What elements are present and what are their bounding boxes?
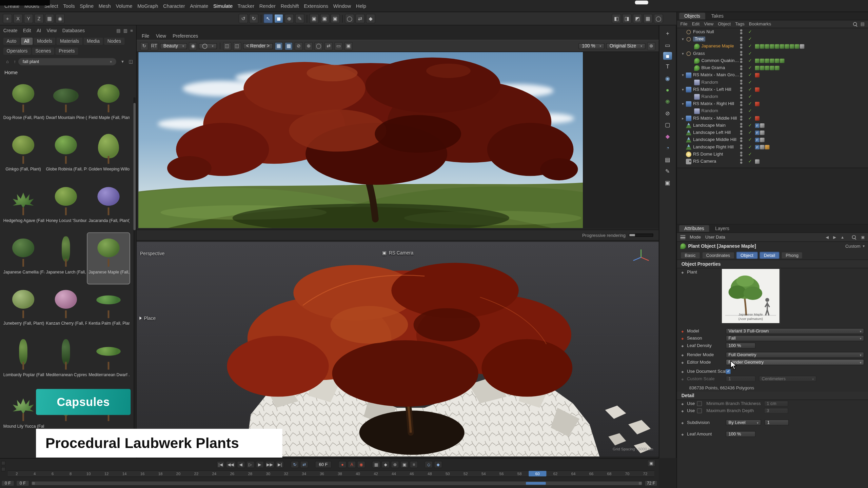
add-cube-icon[interactable]: ◼ — [663, 52, 672, 60]
object-tree-item[interactable]: Common Quaking Grass — [677, 57, 868, 64]
anim-dot-icon[interactable]: ◆ — [680, 421, 685, 424]
detail-area-icon[interactable]: ◫ — [129, 59, 133, 64]
material-chip[interactable] — [760, 44, 765, 48]
colorspace-dropdown[interactable]: ◯▾ — [199, 43, 217, 49]
tab-detail[interactable]: Detail — [760, 251, 780, 259]
fracture-tag-icon[interactable]: F — [755, 138, 760, 142]
visibility-dots-icon[interactable] — [739, 58, 743, 63]
play-button[interactable]: ▷ — [246, 461, 254, 468]
visibility-dots-icon[interactable] — [739, 108, 743, 114]
fracture-tag-icon[interactable]: F — [755, 130, 760, 135]
enabled-check-icon[interactable] — [747, 94, 753, 99]
selection-tag-icon[interactable] — [765, 145, 769, 149]
pingpong-button[interactable]: ⇄ — [300, 461, 308, 468]
preview-range-slider[interactable] — [31, 481, 643, 486]
next-frame-button[interactable]: ▶ — [255, 461, 263, 468]
menu-item[interactable]: Mesh — [99, 3, 111, 8]
material-chip[interactable] — [785, 44, 789, 48]
world-icon[interactable]: ◉ — [55, 14, 65, 23]
enabled-check-icon[interactable] — [747, 116, 753, 121]
tab-object[interactable]: Object — [736, 251, 758, 259]
expand-arrow-icon[interactable] — [680, 51, 686, 56]
record-camera-button[interactable]: ◉ — [357, 461, 365, 468]
asset-item[interactable]: Ginkgo (Fall, Plant) — [2, 130, 44, 181]
layout-reset-icon[interactable]: ◯ — [654, 14, 663, 23]
undo-icon[interactable]: ↺ — [239, 14, 248, 23]
layout-top-icon[interactable]: ◩ — [633, 14, 642, 23]
object-tree-item[interactable]: Landscape Middle HillF — [677, 136, 868, 143]
settings-gear-icon[interactable]: ⊕ — [647, 42, 655, 50]
material-chip[interactable] — [770, 58, 774, 63]
preset-menu-icon[interactable]: ▾ — [863, 244, 865, 248]
asset-item[interactable]: Kanzan Cherry (Fall, Pl... — [45, 284, 87, 335]
viewport-name-label[interactable]: Perspective — [140, 251, 165, 256]
sphere-icon[interactable]: ◉ — [662, 74, 673, 83]
min-branch-input[interactable]: 1 cm — [764, 401, 788, 407]
viewport-menu-item[interactable]: View — [156, 33, 166, 38]
phong-tag-icon[interactable] — [760, 138, 765, 142]
anim-dot-icon[interactable]: ◆ — [680, 353, 685, 357]
material-chip[interactable] — [770, 44, 774, 48]
material-chip[interactable] — [775, 44, 780, 48]
menu-item[interactable]: Character — [163, 3, 185, 8]
visibility-dots-icon[interactable] — [739, 159, 743, 164]
visibility-dots-icon[interactable] — [739, 50, 743, 56]
back-arrow-icon[interactable]: ◀ — [826, 235, 829, 239]
record-button[interactable]: ● — [338, 461, 347, 468]
object-tree-item[interactable]: RS Dome Light — [677, 150, 868, 158]
anim-dot-icon[interactable]: ◆ — [680, 402, 685, 405]
range-current-field[interactable]: 0 F — [16, 480, 29, 486]
search-icon[interactable] — [853, 22, 858, 26]
object-tree-item[interactable]: Random — [677, 79, 868, 86]
keyframe-dot-icon[interactable]: ◆ — [680, 329, 685, 333]
prev-frame-button[interactable]: ◀ — [237, 461, 245, 468]
generator-gear-icon[interactable]: ⊕ — [662, 97, 673, 106]
keyframe-selection-button[interactable]: ◇ — [425, 461, 433, 468]
search-icon[interactable] — [852, 235, 856, 239]
up-arrow-icon[interactable]: ▲ — [841, 235, 844, 239]
expand-arrow-icon[interactable] — [680, 87, 686, 92]
material-icon[interactable]: ▣ — [662, 178, 673, 188]
visibility-dots-icon[interactable] — [739, 72, 743, 78]
object-tree-item[interactable]: RS Camera — [677, 158, 868, 165]
tab-nodes[interactable]: Nodes — [104, 37, 124, 44]
visibility-dots-icon[interactable] — [739, 130, 743, 135]
renderpass-dropdown[interactable]: Beauty▾ — [160, 43, 187, 49]
object-tree-item[interactable]: Landscape Right HillF — [677, 143, 868, 150]
key-parameter-button[interactable]: ▣ — [400, 461, 408, 468]
object-tree-item[interactable]: RS Matrix - Main Ground — [677, 72, 868, 79]
asset-item[interactable]: Golden Weeping Willo... — [87, 130, 130, 181]
menu-item[interactable]: Help — [356, 3, 366, 8]
target-icon[interactable]: ⊕ — [304, 42, 313, 50]
enabled-check-icon[interactable] — [747, 159, 753, 164]
grid-icon[interactable]: ▦ — [275, 42, 283, 50]
simulate-icon[interactable]: ◯ — [345, 14, 354, 23]
search-input[interactable]: fall plant × — [18, 58, 117, 65]
enabled-check-icon[interactable] — [747, 37, 753, 42]
tab-attributes[interactable]: Attributes — [679, 225, 709, 232]
swap-icon[interactable]: ⇄ — [324, 42, 333, 50]
visibility-dots-icon[interactable] — [739, 65, 743, 70]
visibility-dots-icon[interactable] — [739, 123, 743, 128]
anim-dot-icon[interactable]: ◆ — [680, 270, 685, 274]
object-tree-item[interactable]: Grass — [677, 50, 868, 57]
viewport-menu-item[interactable]: Preferences — [173, 33, 198, 38]
home-icon[interactable]: ⌂ — [6, 59, 9, 64]
object-tree-item[interactable]: RS Matrix - Left Hill — [677, 86, 868, 93]
axis-z-button[interactable]: Z — [34, 14, 44, 23]
exchange-icon[interactable]: ⇄ — [355, 14, 365, 23]
asset-item[interactable]: Hedgehog Agave (Fall... — [2, 182, 44, 232]
material-chip[interactable] — [770, 65, 774, 70]
phong-tag-icon[interactable] — [760, 123, 765, 127]
rt-button[interactable]: RT — [150, 42, 158, 50]
panel-menu-icon[interactable]: ≡ — [130, 28, 133, 33]
generator-icon[interactable]: ⊕ — [284, 14, 294, 23]
region-icon[interactable]: ◯ — [314, 42, 322, 50]
visibility-dots-icon[interactable] — [739, 144, 743, 149]
material-chip[interactable] — [760, 58, 765, 63]
redshift-material-chip[interactable] — [755, 102, 760, 106]
anim-dot-icon[interactable]: ◆ — [680, 344, 685, 347]
enabled-check-icon[interactable] — [747, 101, 753, 106]
redo-icon[interactable]: ↻ — [249, 14, 259, 23]
capsule-icon[interactable]: ● — [662, 85, 673, 95]
